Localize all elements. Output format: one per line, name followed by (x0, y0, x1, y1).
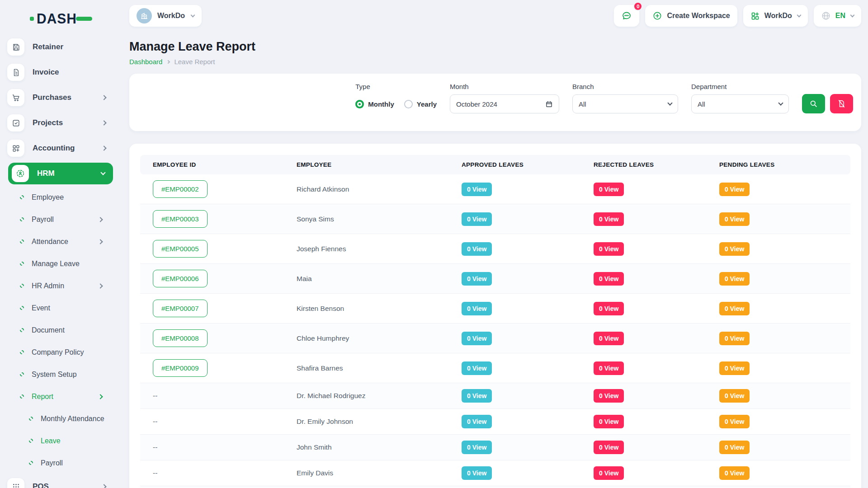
table-row: #EMP00008 Chloe Humphrey 0 View 0 View 0… (140, 324, 850, 353)
pending-view-badge[interactable]: 0 View (719, 361, 750, 375)
sidebar-item-company-policy[interactable]: Company Policy (7, 341, 114, 363)
rejected-view-badge[interactable]: 0 View (594, 302, 624, 315)
radio-yearly[interactable]: Yearly (404, 100, 437, 108)
employee-id-chip[interactable]: #EMP00003 (153, 210, 208, 228)
sidebar-item-retainer[interactable]: Retainer (7, 34, 114, 60)
approved-view-badge[interactable]: 0 View (462, 183, 492, 196)
approved-view-badge[interactable]: 0 View (462, 415, 492, 428)
approved-view-badge[interactable]: 0 View (462, 361, 492, 375)
sidebar-item-manage-leave[interactable]: Manage Leave (7, 253, 114, 275)
sidebar-item-pos[interactable]: POS (7, 474, 114, 488)
task-check-icon (7, 114, 24, 131)
approved-view-badge[interactable]: 0 View (462, 332, 492, 345)
sidebar-item-employee[interactable]: Employee (7, 186, 114, 208)
approved-view-badge[interactable]: 0 View (462, 242, 492, 256)
sidebar-item-document[interactable]: Document (7, 319, 114, 341)
pending-view-badge[interactable]: 0 View (719, 272, 750, 286)
employee-id-chip[interactable]: #EMP00009 (153, 359, 208, 377)
sidebar-item-hr-admin[interactable]: HR Admin (7, 275, 114, 297)
col-approved-leaves: APPROVED LEAVES (454, 155, 586, 174)
pending-view-badge[interactable]: 0 View (719, 242, 750, 256)
pending-view-badge[interactable]: 0 View (719, 441, 750, 454)
chevron-right-icon (101, 484, 106, 488)
table-row: -- Dr. Emily Johnson 0 View 0 View 0 Vie… (140, 409, 850, 435)
table-header-row: EMPLOYEE ID EMPLOYEE APPROVED LEAVES REJ… (140, 155, 850, 174)
employee-id-chip[interactable]: #EMP00005 (153, 240, 208, 258)
employee-id-chip[interactable]: #EMP00002 (153, 180, 208, 198)
sidebar-item-system-setup[interactable]: System Setup (7, 363, 114, 385)
pending-view-badge[interactable]: 0 View (719, 332, 750, 345)
sidebar-item-projects[interactable]: Projects (7, 110, 114, 136)
sidebar-item-event[interactable]: Event (7, 297, 114, 319)
month-input[interactable]: October 2024 (450, 94, 559, 113)
employee-id-chip[interactable]: #EMP00006 (153, 270, 208, 287)
language-code: EN (835, 12, 845, 20)
sidebar-item-hrm[interactable]: HRM (8, 163, 113, 184)
table-row: #EMP00009 Shafira Barnes 0 View 0 View 0… (140, 353, 850, 383)
search-icon (809, 99, 818, 108)
sidebar-item-attendance[interactable]: Attendance (7, 230, 114, 253)
pending-view-badge[interactable]: 0 View (719, 389, 750, 403)
branch-select[interactable]: All (572, 94, 678, 113)
rejected-view-badge[interactable]: 0 View (594, 272, 624, 286)
pending-view-badge[interactable]: 0 View (719, 302, 750, 315)
table-row: #EMP00006 Maia 0 View 0 View 0 View (140, 264, 850, 294)
sidebar-item-accounting[interactable]: Accounting (7, 136, 114, 161)
approved-view-badge[interactable]: 0 View (462, 212, 492, 226)
department-select[interactable]: All (691, 94, 789, 113)
approved-view-badge[interactable]: 0 View (462, 302, 492, 315)
topbar: WorkDo 0 Create Workspace WorkDo (129, 5, 861, 27)
language-selector[interactable]: EN (814, 5, 861, 27)
sidebar-item-label: Accounting (33, 144, 75, 153)
employee-id-chip[interactable]: #EMP00007 (153, 300, 208, 317)
sidebar-item-label: Purchases (33, 93, 71, 102)
sidebar-item-leave-report[interactable]: Leave (7, 430, 114, 452)
rejected-view-badge[interactable]: 0 View (594, 389, 624, 403)
employee-name: Richard Atkinson (297, 185, 349, 193)
approved-view-badge[interactable]: 0 View (462, 389, 492, 403)
search-button[interactable] (802, 94, 825, 113)
sidebar-item-monthly-attendance[interactable]: Monthly Attendance (7, 408, 114, 430)
workspace-menu-button[interactable]: WorkDo (743, 5, 808, 27)
rejected-view-badge[interactable]: 0 View (594, 212, 624, 226)
chevron-right-icon (98, 239, 103, 244)
chevron-right-icon (101, 95, 106, 100)
reset-button[interactable] (830, 94, 853, 113)
brand-logo[interactable]: DASH (30, 11, 114, 26)
sidebar-item-purchases[interactable]: Purchases (7, 85, 114, 110)
sidebar-item-payroll-report[interactable]: Payroll (7, 452, 114, 474)
rejected-view-badge[interactable]: 0 View (594, 415, 624, 428)
approved-view-badge[interactable]: 0 View (462, 272, 492, 286)
sidebar-item-invoice[interactable]: Invoice (7, 60, 114, 85)
sidebar-item-payroll[interactable]: Payroll (7, 208, 114, 230)
employee-id-chip[interactable]: #EMP00008 (153, 329, 208, 347)
pending-view-badge[interactable]: 0 View (719, 183, 750, 196)
rejected-view-badge[interactable]: 0 View (594, 361, 624, 375)
plus-circle-icon (652, 11, 662, 21)
create-workspace-button[interactable]: Create Workspace (645, 5, 737, 27)
logo-dot-icon (30, 17, 34, 21)
rejected-view-badge[interactable]: 0 View (594, 183, 624, 196)
page-title: Manage Leave Report (129, 40, 861, 54)
rejected-view-badge[interactable]: 0 View (594, 332, 624, 345)
month-filter-group: Month October 2024 (450, 83, 559, 113)
radio-monthly[interactable]: Monthly (355, 100, 394, 108)
chevron-down-icon (100, 170, 105, 175)
sidebar-item-report[interactable]: Report (7, 385, 114, 408)
type-label: Type (355, 83, 437, 90)
leave-report-table: EMPLOYEE ID EMPLOYEE APPROVED LEAVES REJ… (140, 155, 850, 488)
approved-view-badge[interactable]: 0 View (462, 466, 492, 480)
rejected-view-badge[interactable]: 0 View (594, 441, 624, 454)
logo-dash-icon (76, 17, 92, 21)
workspace-avatar (137, 8, 152, 23)
rejected-view-badge[interactable]: 0 View (594, 242, 624, 256)
pending-view-badge[interactable]: 0 View (719, 415, 750, 428)
messages-button[interactable]: 0 (614, 5, 639, 27)
breadcrumb-dashboard-link[interactable]: Dashboard (129, 58, 162, 66)
rejected-view-badge[interactable]: 0 View (594, 466, 624, 480)
approved-view-badge[interactable]: 0 View (462, 441, 492, 454)
table-row: #EMP00007 Kirsten Benson 0 View 0 View 0… (140, 294, 850, 324)
workspace-selector[interactable]: WorkDo (129, 5, 202, 27)
pending-view-badge[interactable]: 0 View (719, 466, 750, 480)
pending-view-badge[interactable]: 0 View (719, 212, 750, 226)
